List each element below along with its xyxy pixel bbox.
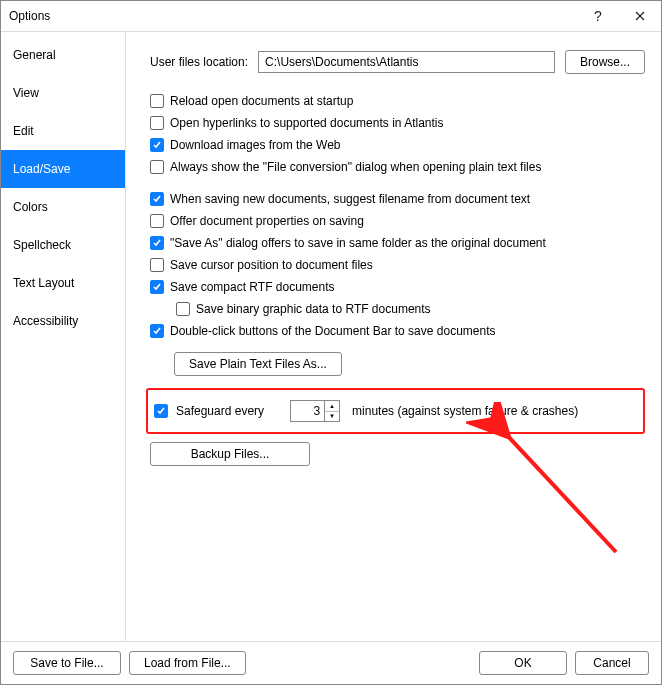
checkbox-label: Open hyperlinks to supported documents i… (170, 114, 444, 132)
sidebar-tab-edit[interactable]: Edit (1, 112, 125, 150)
checkbox-label: "Save As" dialog offers to save in same … (170, 234, 546, 252)
save-plain-text-button[interactable]: Save Plain Text Files As... (174, 352, 342, 376)
content-area: GeneralViewEditLoad/SaveColorsSpellcheck… (1, 31, 661, 642)
dialog-footer: Save to File... Load from File... OK Can… (1, 642, 661, 684)
saving-checks: When saving new documents, suggest filen… (150, 190, 645, 340)
sidebar: GeneralViewEditLoad/SaveColorsSpellcheck… (1, 32, 126, 641)
check-row: Double-click buttons of the Document Bar… (150, 322, 645, 340)
spinner-up[interactable]: ▲ (325, 401, 339, 412)
checkbox[interactable] (176, 302, 190, 316)
safeguard-highlight: Safeguard every ▲▼ minutes (against syst… (146, 388, 645, 434)
checkbox-label: Always show the "File conversion" dialog… (170, 158, 541, 176)
check-row: Offer document properties on saving (150, 212, 645, 230)
sidebar-tab-view[interactable]: View (1, 74, 125, 112)
load-from-file-button[interactable]: Load from File... (129, 651, 246, 675)
user-files-input[interactable] (258, 51, 555, 73)
check-row: Download images from the Web (150, 136, 645, 154)
close-button[interactable] (619, 1, 661, 31)
spinner-arrows[interactable]: ▲▼ (324, 400, 340, 422)
check-row: Open hyperlinks to supported documents i… (150, 114, 645, 132)
load-save-panel: User files location: Browse... Reload op… (126, 32, 661, 641)
check-row: Reload open documents at startup (150, 92, 645, 110)
options-dialog: Options ? GeneralViewEditLoad/SaveColors… (0, 0, 662, 685)
safeguard-value[interactable] (290, 400, 324, 422)
window-title: Options (9, 9, 577, 23)
checkbox[interactable] (150, 138, 164, 152)
checkbox-label: Download images from the Web (170, 136, 341, 154)
check-row: Save compact RTF documents (150, 278, 645, 296)
safeguard-prefix: Safeguard every (176, 404, 264, 418)
check-row: "Save As" dialog offers to save in same … (150, 234, 645, 252)
titlebar: Options ? (1, 1, 661, 31)
check-row: Save cursor position to document files (150, 256, 645, 274)
checkbox-label: When saving new documents, suggest filen… (170, 190, 530, 208)
spinner-down[interactable]: ▼ (325, 412, 339, 422)
user-files-label: User files location: (150, 55, 248, 69)
startup-checks: Reload open documents at startupOpen hyp… (150, 92, 645, 176)
checkbox[interactable] (150, 258, 164, 272)
save-to-file-button[interactable]: Save to File... (13, 651, 121, 675)
check-row: Save binary graphic data to RTF document… (176, 300, 645, 318)
check-row: When saving new documents, suggest filen… (150, 190, 645, 208)
cancel-button[interactable]: Cancel (575, 651, 649, 675)
sidebar-tab-spellcheck[interactable]: Spellcheck (1, 226, 125, 264)
checkbox[interactable] (150, 94, 164, 108)
ok-button[interactable]: OK (479, 651, 567, 675)
sidebar-tab-accessibility[interactable]: Accessibility (1, 302, 125, 340)
check-row: Always show the "File conversion" dialog… (150, 158, 645, 176)
safeguard-spinner[interactable]: ▲▼ (290, 400, 340, 422)
checkbox-label: Offer document properties on saving (170, 212, 364, 230)
safeguard-suffix: minutes (against system failure & crashe… (352, 404, 578, 418)
checkbox[interactable] (150, 160, 164, 174)
checkbox-label: Double-click buttons of the Document Bar… (170, 322, 496, 340)
checkbox[interactable] (150, 324, 164, 338)
close-icon (635, 11, 645, 21)
checkbox-label: Save cursor position to document files (170, 256, 373, 274)
sidebar-tab-text-layout[interactable]: Text Layout (1, 264, 125, 302)
browse-button[interactable]: Browse... (565, 50, 645, 74)
checkbox[interactable] (150, 236, 164, 250)
checkbox-label: Save binary graphic data to RTF document… (196, 300, 431, 318)
sidebar-tab-colors[interactable]: Colors (1, 188, 125, 226)
checkbox[interactable] (150, 214, 164, 228)
user-files-row: User files location: Browse... (150, 50, 645, 74)
checkbox[interactable] (150, 280, 164, 294)
checkbox[interactable] (150, 192, 164, 206)
safeguard-checkbox[interactable] (154, 404, 168, 418)
checkbox[interactable] (150, 116, 164, 130)
sidebar-tab-load-save[interactable]: Load/Save (1, 150, 125, 188)
help-button[interactable]: ? (577, 1, 619, 31)
sidebar-tab-general[interactable]: General (1, 36, 125, 74)
checkbox-label: Save compact RTF documents (170, 278, 335, 296)
backup-files-button[interactable]: Backup Files... (150, 442, 310, 466)
checkbox-label: Reload open documents at startup (170, 92, 353, 110)
